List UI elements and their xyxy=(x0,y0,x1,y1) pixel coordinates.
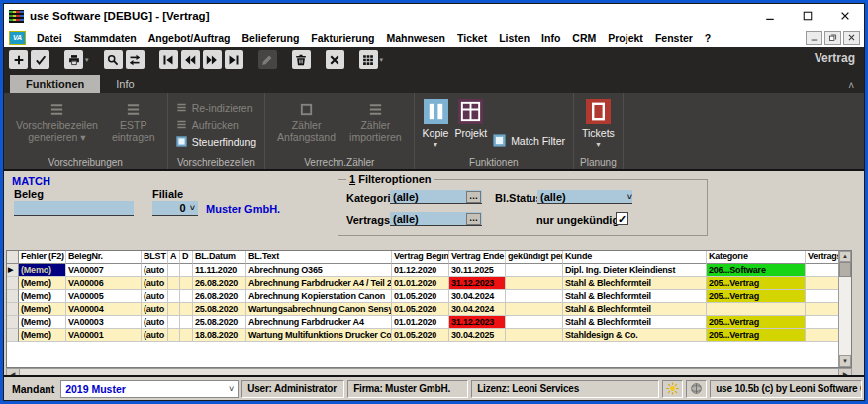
column-header-ende[interactable]: Vertrag Ende xyxy=(449,251,506,264)
ribbon-kopie-button[interactable]: Kopie▼ xyxy=(423,97,449,156)
toolbar-next-record-button[interactable] xyxy=(203,50,222,69)
cell-beginn: 01.05.2020 xyxy=(392,290,449,303)
toolbar-search-button[interactable] xyxy=(104,50,123,69)
table-row[interactable]: (Memo)VA00001(auto18.08.2020Wartung Mult… xyxy=(7,329,838,342)
table-row[interactable]: (Memo)VA00004(auto25.08.2020Wartungsabre… xyxy=(7,303,838,316)
toolbar-last-record-button[interactable] xyxy=(225,50,243,69)
minimize-button[interactable] xyxy=(751,4,789,28)
kategorie-browse-button[interactable]: … xyxy=(466,191,481,203)
column-header-rowhdr[interactable] xyxy=(7,251,19,264)
menu-item-listen[interactable]: Listen xyxy=(493,32,535,44)
menu-item-datei[interactable]: Datei xyxy=(31,32,68,44)
column-header-kunde[interactable]: Kunde xyxy=(563,251,707,264)
tab-funktionen[interactable]: Funktionen xyxy=(10,75,100,93)
toolbar-delete-button[interactable] xyxy=(292,50,311,69)
ribbon-group-label: Planung xyxy=(574,157,623,168)
menu-item-belieferung[interactable]: Belieferung xyxy=(237,32,306,44)
vertical-scrollbar[interactable]: ▲ ▼ xyxy=(838,251,851,367)
toolbar-previous-record-button[interactable] xyxy=(181,50,200,69)
column-header-beginn[interactable]: Vertrag Beginn xyxy=(392,251,449,264)
menu-item-projekt[interactable]: Projekt xyxy=(602,32,649,44)
menu-item-stammdaten[interactable]: Stammdaten xyxy=(68,32,143,44)
blstatus-select[interactable]: (alle) ˅ xyxy=(537,190,632,204)
table-row[interactable]: (Memo)VA00005(auto26.08.2020Abrechnung K… xyxy=(7,290,838,303)
maximize-button[interactable] xyxy=(789,4,826,28)
cell-vertragstyp xyxy=(806,316,838,329)
column-header-d[interactable]: D xyxy=(180,251,193,264)
ribbon-group-label: Vorschreibungen xyxy=(4,157,167,168)
column-header-datum[interactable]: BL.Datum xyxy=(193,251,246,264)
grid-header-row: Fehler (F2)BelegNr.BLSTADBL.DatumBL.Text… xyxy=(7,251,838,264)
app-menu-icon[interactable]: VA xyxy=(9,31,26,45)
menu-item-angebot-auftrag[interactable]: Angebot/Auftrag xyxy=(143,32,237,44)
close-button[interactable] xyxy=(826,4,864,28)
ribbon-tickets-button[interactable]: Tickets▼ xyxy=(582,97,615,156)
cell-belegnr: VA00001 xyxy=(66,329,142,342)
column-header-vertragstyp[interactable]: Vertragsty xyxy=(806,251,838,264)
toolbar-save-button[interactable] xyxy=(31,50,49,69)
kategorie-input[interactable]: (alle) … xyxy=(390,190,482,204)
column-header-text[interactable]: BL.Text xyxy=(246,251,392,264)
filiale-select[interactable]: 0 ˅ xyxy=(152,201,198,216)
cell-beginn: 01.01.2020 xyxy=(392,277,449,290)
menu-item-info[interactable]: Info xyxy=(535,32,566,44)
toolbar-print-button[interactable] xyxy=(64,50,83,69)
menu-item-help[interactable]: ? xyxy=(699,32,717,44)
mdi-restore-button[interactable] xyxy=(824,31,841,45)
cell-kunde: Stahl & Blechformteil xyxy=(563,303,707,316)
toolbar-print-dropdown[interactable]: ▾ xyxy=(85,56,89,64)
lines-icon xyxy=(176,102,187,113)
menu-item-fakturierung[interactable]: Fakturierung xyxy=(305,32,380,44)
toolbar-first-record-button[interactable] xyxy=(159,50,178,69)
table-row[interactable]: (Memo)VA00003(auto25.08.2020Abrechnung F… xyxy=(7,316,838,329)
beleg-input[interactable] xyxy=(14,201,134,216)
blstatus-value: (alle) xyxy=(540,191,627,203)
ribbon-steuerfindung-button[interactable]: Steuerfindung xyxy=(176,134,256,149)
toolbar-cancel-button[interactable] xyxy=(326,50,344,69)
cell-beginn: 01.05.2020 xyxy=(392,329,449,342)
scroll-down-icon[interactable]: ▼ xyxy=(839,355,851,367)
mdi-minimize-button[interactable] xyxy=(806,31,822,45)
table-row[interactable]: (Memo)VA00006(auto26.08.2020Abrechnung F… xyxy=(7,277,838,290)
cell-kunde: Stahl & Blechformteil xyxy=(563,290,707,303)
column-header-blst[interactable]: BLST xyxy=(142,251,168,264)
ribbon-projekt-button[interactable]: Projekt xyxy=(454,97,487,156)
menu-item-mahnwesen[interactable]: Mahnwesen xyxy=(380,32,451,44)
menu-item-crm[interactable]: CRM xyxy=(566,32,602,44)
app-icon xyxy=(9,10,24,23)
toolbar-refresh-button[interactable] xyxy=(126,50,145,69)
column-header-fehler[interactable]: Fehler (F2) xyxy=(19,251,66,264)
ribbon-group-planung: Tickets▼Planung xyxy=(574,93,624,169)
nur-ungekuendigte-checkbox[interactable]: ✓ xyxy=(616,212,628,225)
cell-text: Abrechnung Farbdrucker A4 xyxy=(246,316,392,329)
ribbon-match-filter-button[interactable]: Match Filter xyxy=(493,124,565,156)
cell-ende: 30.04.2024 xyxy=(449,303,506,316)
vertragstyp-browse-button[interactable]: … xyxy=(466,213,481,225)
tab-info[interactable]: Info xyxy=(100,75,149,93)
ribbon-zaehler-importieren-button: Zählerimportieren xyxy=(345,97,406,156)
globe-icon[interactable] xyxy=(686,380,707,398)
chevron-down-icon: ˅ xyxy=(190,203,195,213)
menu-bar: VA DateiStammdatenAngebot/AuftragBeliefe… xyxy=(4,28,864,47)
column-header-kategorie[interactable]: Kategorie xyxy=(707,251,806,264)
nur-ungekuendigte-label: nur ungekündigte xyxy=(536,214,628,226)
toolbar-grid-view-dropdown[interactable]: ▾ xyxy=(380,56,384,64)
column-header-gekuendigt[interactable]: gekündigt per xyxy=(506,251,563,264)
cell-d xyxy=(180,303,193,316)
scrollbar-thumb[interactable] xyxy=(839,262,851,277)
vertragstyp-input[interactable]: (alle) … xyxy=(390,212,482,226)
toolbar-grid-view-button[interactable] xyxy=(359,50,378,69)
mdi-close-button[interactable] xyxy=(843,31,860,45)
column-header-a[interactable]: A xyxy=(168,251,180,264)
table-row[interactable]: ▶(Memo)VA00007(auto11.11.2020Abrechnung … xyxy=(7,264,838,277)
ribbon-collapse-button[interactable]: ˄ xyxy=(848,80,854,91)
sun-icon[interactable] xyxy=(662,380,683,398)
toolbar-new-button[interactable] xyxy=(9,50,28,69)
scroll-up-icon[interactable]: ▲ xyxy=(839,251,851,262)
cell-datum: 11.11.2020 xyxy=(193,264,246,277)
menu-item-ticket[interactable]: Ticket xyxy=(451,32,493,44)
column-header-belegnr[interactable]: BelegNr. xyxy=(66,251,142,264)
menu-item-fenster[interactable]: Fenster xyxy=(649,32,699,44)
mandant-select[interactable]: 2019 Muster ˅ xyxy=(60,380,239,398)
cell-beginn: 01.05.2020 xyxy=(392,303,449,316)
